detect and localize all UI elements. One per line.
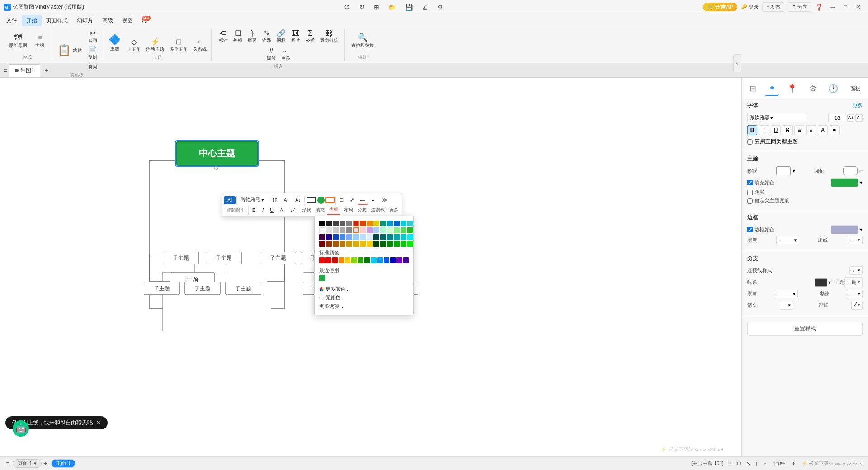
color-gray1[interactable] bbox=[346, 221, 352, 226]
new-button[interactable]: ⊞ bbox=[371, 3, 382, 12]
more-float-button[interactable]: ··· bbox=[369, 196, 378, 204]
more-options-option[interactable]: 更多选项... bbox=[319, 302, 409, 310]
underline-ft-button[interactable]: U bbox=[267, 206, 276, 214]
collapse-float-button[interactable]: ≫ bbox=[379, 196, 390, 204]
color-b4[interactable] bbox=[333, 234, 339, 240]
frame-button[interactable]: ☐外框 bbox=[231, 29, 244, 45]
icon-button[interactable]: 🔗图标 bbox=[275, 29, 288, 45]
sub-sub-node-1[interactable]: 子主题 bbox=[144, 282, 180, 295]
annotation-button[interactable]: 🏷标注 bbox=[217, 29, 230, 45]
color-g5[interactable] bbox=[401, 227, 406, 233]
color-b6[interactable] bbox=[346, 234, 352, 240]
image-button[interactable]: 🖼图片 bbox=[289, 29, 302, 45]
color-t4[interactable] bbox=[394, 234, 400, 240]
color-b9[interactable] bbox=[367, 234, 373, 240]
italic-button[interactable]: I bbox=[759, 125, 769, 135]
menu-start[interactable]: 开始 bbox=[22, 15, 42, 26]
color-teal1[interactable] bbox=[380, 221, 386, 226]
color-m4[interactable] bbox=[340, 241, 345, 247]
underline-button[interactable]: U bbox=[771, 125, 781, 135]
chat-close-button[interactable]: ✕ bbox=[96, 419, 101, 426]
apply-same-type-checkbox[interactable] bbox=[747, 139, 753, 145]
color-m1[interactable] bbox=[319, 241, 325, 247]
color-cyan3[interactable] bbox=[407, 221, 413, 226]
color-r2[interactable] bbox=[360, 227, 366, 233]
color-p1[interactable] bbox=[319, 234, 325, 240]
color-g6[interactable] bbox=[407, 227, 413, 233]
paste-button[interactable]: 📋 粘贴 bbox=[55, 43, 85, 57]
std-lgreen[interactable] bbox=[351, 257, 357, 263]
color-orange1[interactable] bbox=[360, 221, 366, 226]
color-t6[interactable] bbox=[407, 234, 413, 240]
settings-button[interactable]: ⚙ bbox=[434, 3, 446, 12]
color-m2[interactable] bbox=[326, 241, 332, 247]
bidirectional-button[interactable]: ⛓双向链接 bbox=[318, 29, 340, 45]
current-page-tab[interactable]: 页面-1 bbox=[51, 459, 75, 468]
zoom-out-button[interactable]: － bbox=[762, 460, 767, 467]
color-dk2[interactable] bbox=[380, 241, 386, 247]
color-dk5[interactable] bbox=[401, 241, 406, 247]
reset-style-button[interactable]: 重置样式 bbox=[747, 322, 863, 336]
shadow-checkbox[interactable] bbox=[747, 190, 753, 195]
publish-button[interactable]: ⇡ 分享 bbox=[788, 2, 811, 12]
std-cyan[interactable] bbox=[371, 257, 376, 263]
sub-sub-node-2[interactable]: 子主题 bbox=[184, 282, 221, 295]
line-color-swatch[interactable] bbox=[815, 278, 827, 287]
strikethrough-button[interactable]: S bbox=[783, 125, 793, 135]
color-black[interactable] bbox=[319, 221, 325, 226]
std-yellow[interactable] bbox=[345, 257, 350, 263]
more-insert-button[interactable]: ⋯更多 bbox=[279, 47, 292, 62]
font-size-down[interactable]: A↓ bbox=[292, 196, 303, 204]
width-select[interactable]: ——— ▾ bbox=[775, 290, 798, 298]
help-icon[interactable]: ❓ bbox=[815, 4, 823, 11]
color-w3[interactable] bbox=[333, 227, 339, 233]
std-purple[interactable] bbox=[396, 257, 402, 263]
sub-node-1[interactable]: 子主题 bbox=[163, 252, 199, 264]
panel-tab-grid[interactable]: ⊞ bbox=[746, 82, 760, 95]
std-lblue[interactable] bbox=[377, 257, 383, 263]
font-size-up[interactable]: A↑ bbox=[281, 196, 292, 204]
color-g4[interactable] bbox=[394, 227, 400, 233]
save-button[interactable]: 💾 bbox=[402, 3, 415, 12]
format-paint-button[interactable]: 持贝 bbox=[86, 62, 99, 71]
relation-button[interactable]: ↔ 关系线 bbox=[191, 38, 208, 53]
color-b7[interactable] bbox=[353, 234, 359, 240]
bold-ft-button[interactable]: B bbox=[250, 206, 259, 214]
color-dk4[interactable] bbox=[394, 241, 400, 247]
line-color-dropdown[interactable]: ▾ bbox=[828, 279, 831, 286]
color-w5[interactable] bbox=[346, 227, 352, 233]
maximize-button[interactable]: □ bbox=[839, 2, 852, 13]
std-blue[interactable] bbox=[384, 257, 389, 263]
corner-box[interactable] bbox=[843, 166, 858, 175]
recent-green[interactable] bbox=[319, 275, 326, 281]
fit-icon[interactable]: ⊡ bbox=[737, 461, 741, 466]
fill-color-checkbox[interactable] bbox=[747, 180, 753, 185]
connect-style-select[interactable]: ← ▾ bbox=[849, 266, 863, 275]
summary-button[interactable]: }概要 bbox=[246, 29, 259, 45]
shape-box[interactable] bbox=[776, 166, 791, 175]
print-button[interactable]: 🖨 bbox=[419, 3, 431, 12]
note-button[interactable]: ✎注释 bbox=[260, 29, 273, 45]
number-button[interactable]: #编号 bbox=[265, 47, 278, 62]
chat-avatar[interactable]: 🤖 bbox=[13, 420, 29, 437]
color-dk1[interactable] bbox=[373, 241, 379, 247]
std-red1[interactable] bbox=[319, 257, 325, 263]
panel-tab-task[interactable]: ⚙ bbox=[806, 82, 820, 95]
std-red3[interactable] bbox=[332, 257, 338, 263]
indent-button[interactable]: ≡ bbox=[806, 125, 816, 135]
cut-button[interactable]: ✂ 剪切 bbox=[86, 29, 99, 45]
color-cyan1[interactable] bbox=[387, 221, 393, 226]
ai-create-button[interactable]: AI bbox=[224, 196, 236, 204]
color-w2[interactable] bbox=[326, 227, 332, 233]
font-select-button[interactable]: 微软雅黑 ▾ bbox=[238, 195, 267, 205]
color-w1[interactable] bbox=[319, 227, 325, 233]
font-size-decrease[interactable]: A- bbox=[855, 114, 863, 122]
redo-button[interactable]: ↻ bbox=[356, 2, 368, 12]
fill-color-dropdown-icon[interactable]: ▾ bbox=[860, 179, 863, 186]
login-button[interactable]: 🔑 登录 bbox=[741, 4, 759, 10]
expand-icon[interactable]: ⤡ bbox=[746, 461, 750, 466]
center-node[interactable]: 中心主题 bbox=[176, 141, 258, 166]
color-dk3[interactable] bbox=[387, 241, 393, 247]
color-dark2[interactable] bbox=[333, 221, 339, 226]
more-colors-option[interactable]: 更多颜色... bbox=[319, 285, 409, 293]
